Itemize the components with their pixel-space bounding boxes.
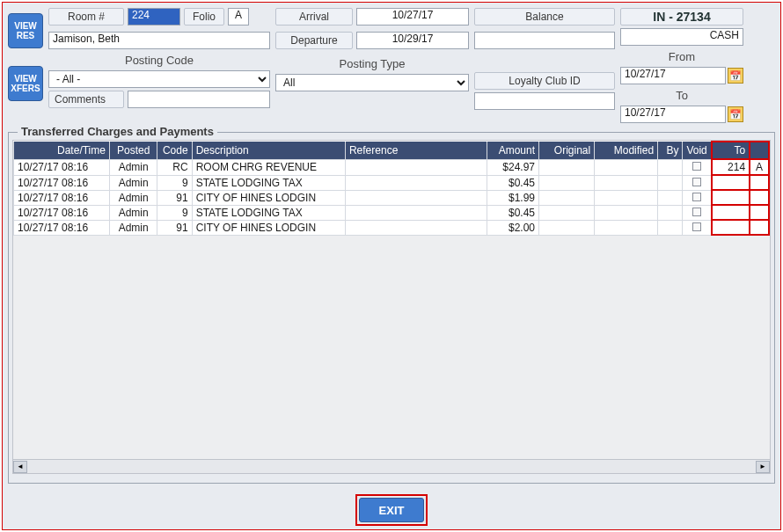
view-res-button[interactable]: VIEW RES (8, 13, 43, 48)
comments-input[interactable] (128, 91, 270, 108)
exit-highlight: EXIT (355, 494, 428, 526)
calendar-icon[interactable] (728, 106, 743, 122)
guest-name-field[interactable]: Jamison, Beth (48, 32, 270, 49)
col-dates: Arrival 10/27/17 Departure 10/29/17 Post… (275, 8, 469, 91)
posting-code-select[interactable]: - All - (48, 70, 270, 88)
view-xfers-button[interactable]: VIEW XFERS (8, 66, 43, 101)
posting-type-select[interactable]: All (275, 74, 469, 91)
app-window: VIEW RES VIEW XFERS Room # 224 Folio A J… (2, 2, 781, 530)
to-date-field[interactable]: 10/27/17 (620, 106, 726, 123)
void-checkbox[interactable] (692, 193, 701, 201)
invoice-number: IN - 27134 (620, 8, 743, 26)
col-code[interactable]: Code (157, 142, 192, 159)
loyalty-label: Loyalty Club ID (474, 72, 615, 90)
calendar-icon[interactable] (728, 68, 743, 84)
posting-code-label: Posting Code (48, 52, 270, 68)
from-label: From (620, 48, 743, 64)
exit-button[interactable]: EXIT (359, 498, 424, 522)
panel-title: Transferred Charges and Payments (18, 125, 217, 138)
col-to-folio[interactable] (750, 142, 769, 159)
arrival-label: Arrival (275, 8, 353, 26)
table-row[interactable]: 10/27/17 08:16Admin91CITY OF HINES LODGI… (14, 190, 770, 205)
balance-label: Balance (474, 8, 615, 26)
void-checkbox[interactable] (692, 208, 701, 216)
to-label: To (620, 87, 743, 103)
col-modified[interactable]: Modified (595, 142, 658, 159)
grid-wrap: Date/Time Posted Code Description Refere… (12, 140, 771, 474)
table-row[interactable]: 10/27/17 08:16Admin9STATE LODGING TAX$0.… (14, 205, 770, 220)
footer: EXIT (3, 494, 780, 526)
horizontal-scrollbar[interactable]: ◄ ► (13, 459, 770, 473)
loyalty-field[interactable] (474, 92, 615, 110)
col-reference[interactable]: Reference (345, 142, 487, 159)
col-by[interactable]: By (658, 142, 683, 159)
balance-field[interactable] (474, 32, 615, 49)
col-posted[interactable]: Posted (109, 142, 157, 159)
transferred-charges-panel: Transferred Charges and Payments Date/Ti… (8, 132, 775, 484)
col-date-time[interactable]: Date/Time (14, 142, 110, 159)
comments-label: Comments (48, 91, 124, 108)
void-checkbox[interactable] (692, 162, 701, 171)
from-date-field[interactable]: 10/27/17 (620, 67, 726, 84)
col-balance: Balance Loyalty Club ID (474, 8, 615, 110)
arrival-field[interactable]: 10/27/17 (356, 8, 469, 26)
col-original[interactable]: Original (539, 142, 595, 159)
void-checkbox[interactable] (692, 178, 701, 186)
table-row[interactable]: 10/27/17 08:16Admin91CITY OF HINES LODGI… (14, 220, 770, 235)
folio-label: Folio (184, 8, 224, 26)
col-description[interactable]: Description (192, 142, 345, 159)
room-label: Room # (48, 8, 124, 26)
table-row[interactable]: 10/27/17 08:16AdminRCROOM CHRG REVENUE$2… (14, 159, 770, 175)
charges-grid[interactable]: Date/Time Posted Code Description Refere… (13, 141, 770, 236)
pay-type-field: CASH (620, 28, 743, 46)
scroll-right-icon[interactable]: ► (756, 461, 770, 473)
folio-input[interactable]: A (228, 8, 249, 26)
scroll-left-icon[interactable]: ◄ (13, 461, 27, 473)
col-void[interactable]: Void (683, 142, 712, 159)
col-to[interactable]: To (712, 142, 750, 159)
room-input[interactable]: 224 (128, 8, 180, 26)
top-panel: VIEW RES VIEW XFERS Room # 224 Folio A J… (3, 3, 780, 128)
left-buttons: VIEW RES VIEW XFERS (8, 8, 43, 101)
departure-field[interactable]: 10/29/17 (356, 32, 469, 49)
col-right: IN - 27134 CASH From 10/27/17 To 10/27/1… (620, 8, 743, 123)
table-row[interactable]: 10/27/17 08:16Admin9STATE LODGING TAX$0.… (14, 175, 770, 190)
col-room: Room # 224 Folio A Jamison, Beth Posting… (48, 8, 270, 112)
posting-type-label: Posting Type (275, 55, 469, 71)
col-amount[interactable]: Amount (487, 142, 539, 159)
void-checkbox[interactable] (692, 222, 701, 231)
grid-header-row: Date/Time Posted Code Description Refere… (14, 142, 770, 159)
departure-label: Departure (275, 32, 353, 49)
